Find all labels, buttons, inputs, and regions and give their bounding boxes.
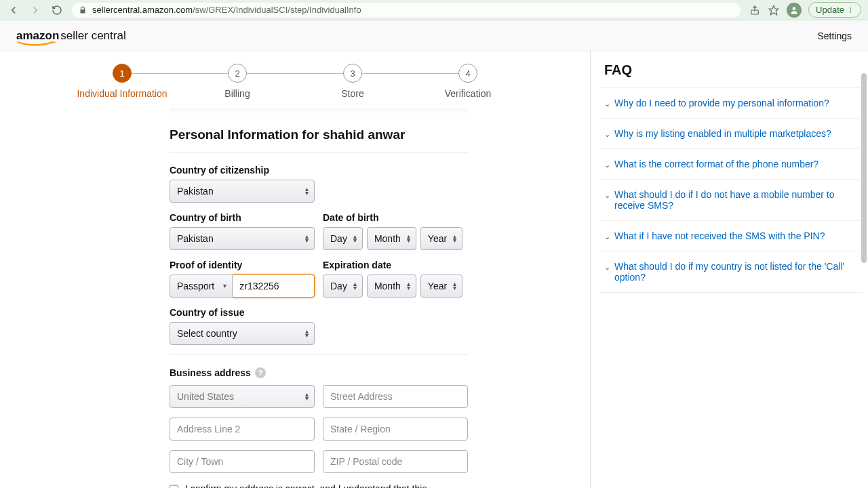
state-region-input[interactable] [323, 418, 468, 441]
logo-amazon: amazon [16, 29, 59, 42]
confirm-address-row: I confirm my address is correct, and I u… [170, 483, 468, 488]
dob-month-select[interactable]: Month▴▾ [367, 227, 416, 250]
svg-point-3 [850, 7, 851, 9]
chevron-down-icon: ⌄ [604, 263, 610, 272]
step-number: 4 [458, 64, 477, 83]
chevron-down-icon: ⌄ [604, 161, 610, 169]
chevron-down-icon: ▾ [223, 284, 226, 288]
svg-point-2 [793, 7, 796, 10]
chevron-updown-icon: ▴▾ [353, 235, 357, 243]
label-dob: Date of birth [323, 212, 468, 223]
dob-year-select[interactable]: Year▴▾ [420, 227, 462, 250]
faq-title: FAQ [604, 62, 863, 78]
url-host: sellercentral.amazon.com/sw/GREX/Individ… [92, 5, 361, 15]
birth-country-select[interactable]: Pakistan ▴▾ [170, 227, 315, 250]
chevron-down-icon: ⌄ [604, 130, 610, 139]
faq-sidebar: FAQ ⌄Why do I need to provide my persona… [590, 52, 868, 488]
zip-input[interactable] [323, 450, 468, 473]
step-store[interactable]: 3 Store [295, 64, 410, 99]
progress-stepper: 1 Individual Information 2 Billing 3 Sto… [51, 64, 539, 99]
faq-item[interactable]: ⌄Why do I need to provide my personal in… [600, 87, 863, 118]
update-button[interactable]: Update [808, 2, 861, 18]
chevron-updown-icon: ▴▾ [453, 235, 456, 243]
reload-button[interactable] [50, 3, 64, 17]
street-address-input[interactable] [323, 385, 468, 408]
step-label: Verification [445, 88, 491, 99]
address-country-select[interactable]: United States ▴▾ [170, 385, 315, 408]
scrollbar[interactable] [861, 73, 867, 263]
exp-day-select[interactable]: Day▴▾ [323, 274, 363, 298]
svg-point-4 [850, 9, 851, 11]
address-bar[interactable]: sellercentral.amazon.com/sw/GREX/Individ… [72, 3, 741, 18]
exp-month-select[interactable]: Month▴▾ [367, 274, 416, 298]
chevron-down-icon: ⌄ [604, 191, 610, 200]
chevron-down-icon: ⌄ [604, 100, 610, 108]
settings-link[interactable]: Settings [817, 30, 852, 41]
page-title: Personal Information for shahid anwar [170, 127, 468, 142]
site-header: amazon seller central Settings [0, 20, 868, 52]
star-icon[interactable] [768, 4, 780, 16]
faq-link: What if I have not received the SMS with… [614, 230, 825, 241]
smile-icon [16, 41, 56, 47]
faq-item[interactable]: ⌄What should I do if I do not have a mob… [600, 179, 863, 220]
step-label: Billing [224, 88, 250, 99]
step-individual-information[interactable]: 1 Individual Information [64, 64, 180, 99]
faq-item[interactable]: ⌄What is the correct format of the phone… [600, 148, 863, 179]
svg-point-5 [850, 12, 851, 13]
select-value: United States [177, 391, 234, 402]
svg-marker-1 [769, 5, 778, 14]
kebab-icon [847, 7, 854, 14]
step-billing[interactable]: 2 Billing [180, 64, 295, 99]
browser-toolbar: sellercentral.amazon.com/sw/GREX/Individ… [0, 0, 868, 20]
faq-link: What should I do if I do not have a mobi… [614, 189, 859, 211]
faq-item[interactable]: ⌄What should I do if my country is not l… [600, 251, 863, 293]
label-citizenship: Country of citizenship [170, 165, 315, 176]
divider [170, 152, 468, 152]
faq-link: What is the correct format of the phone … [614, 159, 818, 169]
chevron-updown-icon: ▴▾ [305, 235, 309, 243]
exp-year-select[interactable]: Year▴▾ [420, 274, 462, 298]
address-line2-input[interactable] [170, 418, 315, 441]
dob-day-select[interactable]: Day▴▾ [323, 227, 363, 250]
chevron-updown-icon: ▴▾ [453, 282, 456, 290]
chevron-updown-icon: ▴▾ [305, 329, 309, 338]
faq-item[interactable]: ⌄What if I have not received the SMS wit… [600, 220, 863, 251]
label-issue-country: Country of issue [170, 307, 315, 318]
proof-type-select[interactable]: Passport ▾ [170, 274, 233, 298]
select-value: Pakistan [177, 233, 214, 244]
logo-seller-central: seller central [60, 29, 125, 43]
chevron-updown-icon: ▴▾ [407, 235, 410, 243]
faq-item[interactable]: ⌄Why is my listing enabled in multiple m… [600, 118, 863, 148]
forward-button[interactable] [28, 3, 42, 17]
label-birth-country: Country of birth [170, 212, 315, 223]
chevron-down-icon: ⌄ [604, 232, 610, 241]
main-content: 1 Individual Information 2 Billing 3 Sto… [0, 52, 590, 488]
step-label: Store [341, 88, 363, 99]
proof-number-input[interactable] [233, 274, 315, 298]
lock-icon [79, 6, 87, 14]
step-number: 2 [228, 64, 247, 83]
confirm-address-checkbox[interactable] [170, 485, 178, 488]
citizenship-select[interactable]: Pakistan ▴▾ [170, 180, 315, 203]
city-input[interactable] [170, 450, 315, 473]
back-button[interactable] [7, 3, 20, 17]
profile-avatar[interactable] [787, 3, 802, 18]
select-value: Select country [177, 328, 237, 339]
divider [170, 354, 468, 355]
faq-link: What should I do if my country is not li… [614, 261, 859, 283]
share-icon[interactable] [749, 4, 761, 16]
label-proof: Proof of identity [170, 260, 315, 270]
select-value: Pakistan [177, 186, 214, 197]
amazon-seller-central-logo[interactable]: amazon seller central [16, 29, 126, 43]
step-verification[interactable]: 4 Verification [410, 64, 526, 99]
faq-link: Why do I need to provide my personal inf… [614, 98, 829, 108]
chevron-updown-icon: ▴▾ [407, 282, 410, 290]
faq-link: Why is my listing enabled in multiple ma… [614, 128, 831, 139]
issue-country-select[interactable]: Select country ▴▾ [170, 322, 315, 345]
chevron-updown-icon: ▴▾ [305, 187, 309, 195]
label-expiration: Expiration date [323, 260, 468, 270]
step-number: 3 [343, 64, 362, 83]
help-icon[interactable]: ? [255, 367, 266, 378]
step-number: 1 [113, 64, 132, 83]
update-label: Update [816, 5, 844, 15]
